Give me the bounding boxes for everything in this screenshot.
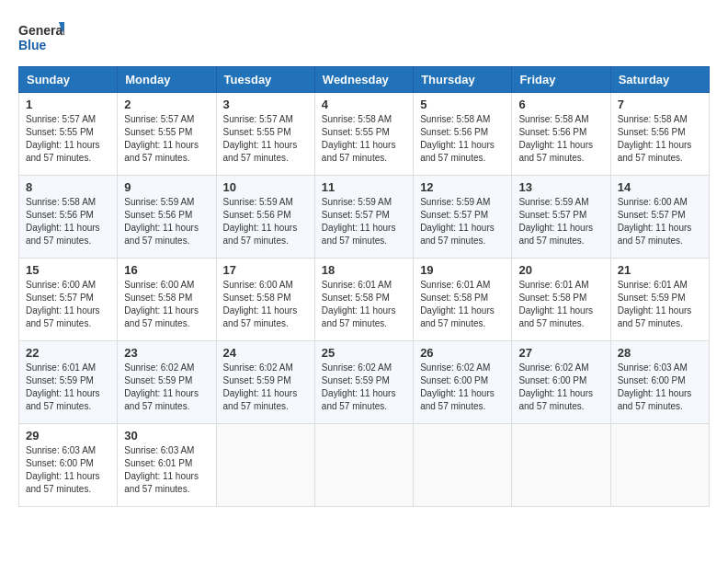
calendar-day-cell <box>512 424 610 507</box>
calendar-body: 1 Sunrise: 5:57 AM Sunset: 5:55 PM Dayli… <box>19 93 710 507</box>
calendar-day-cell: 8 Sunrise: 5:58 AM Sunset: 5:56 PM Dayli… <box>19 176 118 259</box>
day-info: Sunrise: 6:00 AM Sunset: 5:57 PM Dayligh… <box>618 197 692 246</box>
day-number: 27 <box>518 346 603 360</box>
calendar-week-row: 29 Sunrise: 6:03 AM Sunset: 6:00 PM Dayl… <box>19 424 710 507</box>
day-info: Sunrise: 6:00 AM Sunset: 5:58 PM Dayligh… <box>124 280 199 328</box>
svg-text:General: General <box>18 23 64 38</box>
calendar-day-cell: 26 Sunrise: 6:02 AM Sunset: 6:00 PM Dayl… <box>414 341 512 424</box>
calendar-header-row: SundayMondayTuesdayWednesdayThursdayFrid… <box>19 67 710 93</box>
day-info: Sunrise: 5:57 AM Sunset: 5:55 PM Dayligh… <box>223 114 298 163</box>
calendar-day-cell: 6 Sunrise: 5:58 AM Sunset: 5:56 PM Dayli… <box>512 93 610 176</box>
day-info: Sunrise: 6:02 AM Sunset: 5:59 PM Dayligh… <box>322 362 396 411</box>
day-number: 18 <box>322 263 406 277</box>
day-of-week-header: Tuesday <box>216 67 314 93</box>
day-number: 28 <box>618 346 702 360</box>
day-of-week-header: Sunday <box>19 67 118 93</box>
day-info: Sunrise: 5:57 AM Sunset: 5:55 PM Dayligh… <box>124 114 199 163</box>
calendar-day-cell: 19 Sunrise: 6:01 AM Sunset: 5:58 PM Dayl… <box>414 259 512 341</box>
calendar-day-cell: 18 Sunrise: 6:01 AM Sunset: 5:58 PM Dayl… <box>314 259 413 341</box>
calendar-day-cell: 16 Sunrise: 6:00 AM Sunset: 5:58 PM Dayl… <box>118 259 216 341</box>
calendar-day-cell: 27 Sunrise: 6:02 AM Sunset: 6:00 PM Dayl… <box>512 341 610 424</box>
day-number: 30 <box>124 429 209 442</box>
calendar-day-cell: 15 Sunrise: 6:00 AM Sunset: 5:57 PM Dayl… <box>19 259 118 341</box>
day-info: Sunrise: 6:03 AM Sunset: 6:00 PM Dayligh… <box>618 362 692 411</box>
day-number: 26 <box>420 346 505 360</box>
calendar-day-cell: 12 Sunrise: 5:59 AM Sunset: 5:57 PM Dayl… <box>414 176 512 259</box>
calendar-week-row: 1 Sunrise: 5:57 AM Sunset: 5:55 PM Dayli… <box>19 93 710 176</box>
day-number: 14 <box>618 180 702 194</box>
day-info: Sunrise: 6:03 AM Sunset: 6:01 PM Dayligh… <box>124 445 199 494</box>
calendar-day-cell: 13 Sunrise: 5:59 AM Sunset: 5:57 PM Dayl… <box>512 176 610 259</box>
calendar-day-cell <box>216 424 314 507</box>
day-info: Sunrise: 5:58 AM Sunset: 5:56 PM Dayligh… <box>26 197 100 246</box>
day-number: 16 <box>124 263 209 277</box>
day-info: Sunrise: 6:03 AM Sunset: 6:00 PM Dayligh… <box>26 445 100 494</box>
day-number: 1 <box>26 98 110 111</box>
calendar-table: SundayMondayTuesdayWednesdayThursdayFrid… <box>18 66 710 507</box>
day-info: Sunrise: 5:57 AM Sunset: 5:55 PM Dayligh… <box>26 114 100 163</box>
day-of-week-header: Thursday <box>414 67 512 93</box>
day-number: 9 <box>124 180 209 194</box>
day-info: Sunrise: 5:58 AM Sunset: 5:56 PM Dayligh… <box>420 114 495 163</box>
day-info: Sunrise: 6:01 AM Sunset: 5:59 PM Dayligh… <box>26 362 100 411</box>
calendar-day-cell: 10 Sunrise: 5:59 AM Sunset: 5:56 PM Dayl… <box>216 176 314 259</box>
day-info: Sunrise: 5:58 AM Sunset: 5:56 PM Dayligh… <box>618 114 692 163</box>
calendar-day-cell: 29 Sunrise: 6:03 AM Sunset: 6:00 PM Dayl… <box>19 424 118 507</box>
day-number: 3 <box>223 98 308 111</box>
calendar-day-cell: 1 Sunrise: 5:57 AM Sunset: 5:55 PM Dayli… <box>19 93 118 176</box>
day-info: Sunrise: 6:01 AM Sunset: 5:58 PM Dayligh… <box>322 280 396 328</box>
day-info: Sunrise: 5:58 AM Sunset: 5:56 PM Dayligh… <box>518 114 593 163</box>
calendar-day-cell: 20 Sunrise: 6:01 AM Sunset: 5:58 PM Dayl… <box>512 259 610 341</box>
day-number: 13 <box>518 180 603 194</box>
day-of-week-header: Monday <box>118 67 216 93</box>
calendar-day-cell: 7 Sunrise: 5:58 AM Sunset: 5:56 PM Dayli… <box>610 93 709 176</box>
day-number: 2 <box>124 98 209 111</box>
calendar-day-cell: 22 Sunrise: 6:01 AM Sunset: 5:59 PM Dayl… <box>19 341 118 424</box>
day-info: Sunrise: 5:59 AM Sunset: 5:57 PM Dayligh… <box>322 197 396 246</box>
day-number: 7 <box>618 98 702 111</box>
calendar-day-cell: 17 Sunrise: 6:00 AM Sunset: 5:58 PM Dayl… <box>216 259 314 341</box>
day-number: 12 <box>420 180 505 194</box>
day-info: Sunrise: 6:02 AM Sunset: 5:59 PM Dayligh… <box>124 362 199 411</box>
svg-text:Blue: Blue <box>18 38 47 52</box>
day-info: Sunrise: 6:01 AM Sunset: 5:58 PM Dayligh… <box>518 280 593 328</box>
calendar-day-cell: 30 Sunrise: 6:03 AM Sunset: 6:01 PM Dayl… <box>118 424 216 507</box>
day-number: 6 <box>518 98 603 111</box>
logo: General Blue <box>18 18 64 57</box>
day-info: Sunrise: 5:59 AM Sunset: 5:56 PM Dayligh… <box>124 197 199 246</box>
page-header: General Blue <box>18 18 710 57</box>
calendar-day-cell: 14 Sunrise: 6:00 AM Sunset: 5:57 PM Dayl… <box>610 176 709 259</box>
calendar-day-cell: 11 Sunrise: 5:59 AM Sunset: 5:57 PM Dayl… <box>314 176 413 259</box>
day-info: Sunrise: 6:00 AM Sunset: 5:58 PM Dayligh… <box>223 280 298 328</box>
day-number: 4 <box>322 98 406 111</box>
day-info: Sunrise: 6:00 AM Sunset: 5:57 PM Dayligh… <box>26 280 100 328</box>
calendar-day-cell: 4 Sunrise: 5:58 AM Sunset: 5:55 PM Dayli… <box>314 93 413 176</box>
day-info: Sunrise: 6:01 AM Sunset: 5:58 PM Dayligh… <box>420 280 495 328</box>
calendar-day-cell: 28 Sunrise: 6:03 AM Sunset: 6:00 PM Dayl… <box>610 341 709 424</box>
calendar-day-cell: 25 Sunrise: 6:02 AM Sunset: 5:59 PM Dayl… <box>314 341 413 424</box>
day-number: 23 <box>124 346 209 360</box>
day-number: 29 <box>26 429 110 442</box>
day-number: 10 <box>223 180 308 194</box>
day-info: Sunrise: 6:02 AM Sunset: 6:00 PM Dayligh… <box>420 362 495 411</box>
day-of-week-header: Saturday <box>610 67 709 93</box>
day-info: Sunrise: 5:59 AM Sunset: 5:56 PM Dayligh… <box>223 197 298 246</box>
day-info: Sunrise: 5:59 AM Sunset: 5:57 PM Dayligh… <box>420 197 495 246</box>
calendar-day-cell: 21 Sunrise: 6:01 AM Sunset: 5:59 PM Dayl… <box>610 259 709 341</box>
day-info: Sunrise: 6:02 AM Sunset: 6:00 PM Dayligh… <box>518 362 593 411</box>
calendar-day-cell: 24 Sunrise: 6:02 AM Sunset: 5:59 PM Dayl… <box>216 341 314 424</box>
day-info: Sunrise: 6:02 AM Sunset: 5:59 PM Dayligh… <box>223 362 298 411</box>
calendar-day-cell: 3 Sunrise: 5:57 AM Sunset: 5:55 PM Dayli… <box>216 93 314 176</box>
day-info: Sunrise: 5:59 AM Sunset: 5:57 PM Dayligh… <box>518 197 593 246</box>
calendar-day-cell <box>610 424 709 507</box>
day-number: 25 <box>322 346 406 360</box>
calendar-day-cell: 2 Sunrise: 5:57 AM Sunset: 5:55 PM Dayli… <box>118 93 216 176</box>
calendar-week-row: 22 Sunrise: 6:01 AM Sunset: 5:59 PM Dayl… <box>19 341 710 424</box>
logo-svg: General Blue <box>18 18 64 57</box>
day-number: 11 <box>322 180 406 194</box>
calendar-week-row: 8 Sunrise: 5:58 AM Sunset: 5:56 PM Dayli… <box>19 176 710 259</box>
day-number: 22 <box>26 346 110 360</box>
day-number: 5 <box>420 98 505 111</box>
calendar-day-cell: 5 Sunrise: 5:58 AM Sunset: 5:56 PM Dayli… <box>414 93 512 176</box>
day-info: Sunrise: 5:58 AM Sunset: 5:55 PM Dayligh… <box>322 114 396 163</box>
